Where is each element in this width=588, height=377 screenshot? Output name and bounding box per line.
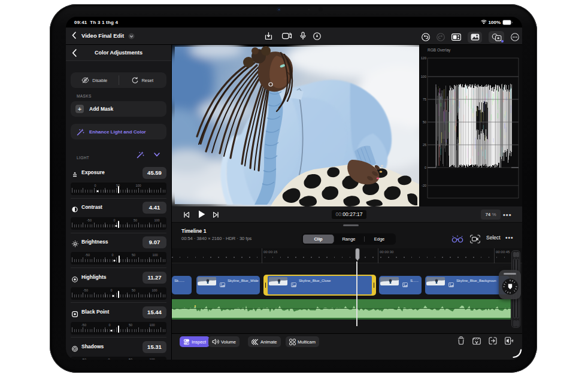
- svg-text:25: 25: [423, 143, 426, 147]
- svg-text:120: 120: [421, 56, 426, 60]
- svg-text:100: 100: [421, 75, 426, 78]
- svg-text:RGB Overlay: RGB Overlay: [428, 48, 451, 53]
- svg-text:75: 75: [423, 98, 426, 101]
- svg-text:50: 50: [423, 120, 426, 124]
- svg-text:-20: -20: [422, 184, 426, 187]
- svg-text:0: 0: [425, 166, 426, 169]
